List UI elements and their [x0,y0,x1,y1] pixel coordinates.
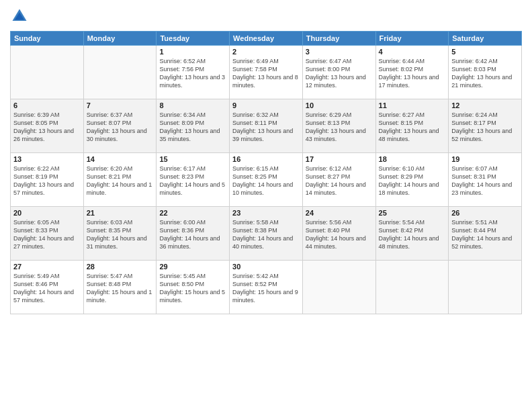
day-info: Sunrise: 6:15 AM Sunset: 8:25 PM Dayligh… [232,165,300,197]
calendar-week-row: 1Sunrise: 6:52 AM Sunset: 7:56 PM Daylig… [11,46,522,99]
day-number: 17 [306,155,373,163]
calendar-cell: 16Sunrise: 6:15 AM Sunset: 8:25 PM Dayli… [230,153,303,207]
header-monday: Monday [83,32,157,46]
day-number: 30 [232,263,300,271]
day-number: 15 [159,155,226,163]
header-tuesday: Tuesday [157,32,230,46]
calendar-cell: 8Sunrise: 6:34 AM Sunset: 8:09 PM Daylig… [157,99,230,153]
calendar-cell: 9Sunrise: 6:32 AM Sunset: 8:11 PM Daylig… [230,99,303,153]
calendar-cell: 5Sunrise: 6:42 AM Sunset: 8:03 PM Daylig… [449,46,522,99]
calendar-cell: 23Sunrise: 5:58 AM Sunset: 8:38 PM Dayli… [230,207,303,261]
day-info: Sunrise: 5:49 AM Sunset: 8:46 PM Dayligh… [13,272,81,305]
calendar-cell: 26Sunrise: 5:51 AM Sunset: 8:44 PM Dayli… [449,207,522,261]
calendar-cell: 20Sunrise: 6:05 AM Sunset: 8:33 PM Dayli… [11,207,84,261]
day-number: 16 [232,155,300,163]
day-info: Sunrise: 5:45 AM Sunset: 8:50 PM Dayligh… [159,272,226,305]
day-info: Sunrise: 6:24 AM Sunset: 8:17 PM Dayligh… [451,111,519,144]
day-number: 20 [13,209,81,217]
calendar-cell: 21Sunrise: 6:03 AM Sunset: 8:35 PM Dayli… [83,207,157,261]
calendar-cell: 14Sunrise: 6:20 AM Sunset: 8:21 PM Dayli… [83,153,157,207]
header-saturday: Saturday [449,32,522,46]
calendar-cell: 4Sunrise: 6:44 AM Sunset: 8:02 PM Daylig… [375,46,449,99]
day-number: 3 [306,48,373,56]
day-number: 29 [159,263,226,271]
calendar-cell: 17Sunrise: 6:12 AM Sunset: 8:27 PM Dayli… [302,153,375,207]
header-wednesday: Wednesday [230,32,303,46]
day-number: 10 [306,101,373,109]
calendar-cell: 1Sunrise: 6:52 AM Sunset: 7:56 PM Daylig… [157,46,230,99]
day-info: Sunrise: 6:20 AM Sunset: 8:21 PM Dayligh… [87,165,154,197]
day-number: 21 [87,209,154,217]
day-info: Sunrise: 5:42 AM Sunset: 8:52 PM Dayligh… [232,272,300,305]
calendar-week-row: 13Sunrise: 6:22 AM Sunset: 8:19 PM Dayli… [11,153,522,207]
day-info: Sunrise: 6:49 AM Sunset: 7:58 PM Dayligh… [232,57,300,90]
calendar-cell: 29Sunrise: 5:45 AM Sunset: 8:50 PM Dayli… [157,261,230,314]
calendar-cell: 24Sunrise: 5:56 AM Sunset: 8:40 PM Dayli… [302,207,375,261]
calendar-cell: 18Sunrise: 6:10 AM Sunset: 8:29 PM Dayli… [375,153,449,207]
day-number: 24 [306,209,373,217]
calendar-cell: 30Sunrise: 5:42 AM Sunset: 8:52 PM Dayli… [230,261,303,314]
day-info: Sunrise: 6:37 AM Sunset: 8:07 PM Dayligh… [87,111,154,144]
calendar-week-row: 20Sunrise: 6:05 AM Sunset: 8:33 PM Dayli… [11,207,522,261]
calendar-cell: 25Sunrise: 5:54 AM Sunset: 8:42 PM Dayli… [375,207,449,261]
day-number: 13 [13,155,81,163]
day-number: 4 [379,48,446,56]
day-number: 26 [451,209,519,217]
day-info: Sunrise: 5:51 AM Sunset: 8:44 PM Dayligh… [451,218,519,251]
header-sunday: Sunday [11,32,84,46]
day-number: 28 [87,263,154,271]
calendar-header-row: Sunday Monday Tuesday Wednesday Thursday… [11,32,522,46]
calendar-cell: 15Sunrise: 6:17 AM Sunset: 8:23 PM Dayli… [157,153,230,207]
calendar-cell [375,261,449,314]
day-info: Sunrise: 6:34 AM Sunset: 8:09 PM Dayligh… [159,111,226,144]
day-number: 22 [159,209,226,217]
calendar-cell [11,46,84,99]
day-info: Sunrise: 6:39 AM Sunset: 8:05 PM Dayligh… [13,111,81,144]
calendar-cell: 13Sunrise: 6:22 AM Sunset: 8:19 PM Dayli… [11,153,84,207]
day-number: 27 [13,263,81,271]
day-info: Sunrise: 6:22 AM Sunset: 8:19 PM Dayligh… [13,165,81,197]
calendar-cell: 12Sunrise: 6:24 AM Sunset: 8:17 PM Dayli… [449,99,522,153]
day-info: Sunrise: 6:07 AM Sunset: 8:31 PM Dayligh… [451,165,519,197]
calendar-cell [83,46,157,99]
calendar-cell: 7Sunrise: 6:37 AM Sunset: 8:07 PM Daylig… [83,99,157,153]
day-info: Sunrise: 6:32 AM Sunset: 8:11 PM Dayligh… [232,111,300,144]
calendar-cell: 11Sunrise: 6:27 AM Sunset: 8:15 PM Dayli… [375,99,449,153]
calendar: Sunday Monday Tuesday Wednesday Thursday… [10,31,522,314]
day-number: 2 [232,48,300,56]
calendar-week-row: 27Sunrise: 5:49 AM Sunset: 8:46 PM Dayli… [11,261,522,314]
day-info: Sunrise: 5:56 AM Sunset: 8:40 PM Dayligh… [306,218,373,251]
day-info: Sunrise: 5:47 AM Sunset: 8:48 PM Dayligh… [87,272,154,305]
day-info: Sunrise: 6:44 AM Sunset: 8:02 PM Dayligh… [379,57,446,90]
calendar-cell [302,261,375,314]
day-info: Sunrise: 6:47 AM Sunset: 8:00 PM Dayligh… [306,57,373,90]
day-number: 18 [379,155,446,163]
day-number: 5 [451,48,519,56]
day-number: 11 [379,101,446,109]
calendar-cell: 22Sunrise: 6:00 AM Sunset: 8:36 PM Dayli… [157,207,230,261]
calendar-cell: 27Sunrise: 5:49 AM Sunset: 8:46 PM Dayli… [11,261,84,314]
day-number: 7 [87,101,154,109]
day-info: Sunrise: 5:58 AM Sunset: 8:38 PM Dayligh… [232,218,300,251]
day-number: 19 [451,155,519,163]
calendar-cell: 19Sunrise: 6:07 AM Sunset: 8:31 PM Dayli… [449,153,522,207]
day-info: Sunrise: 6:10 AM Sunset: 8:29 PM Dayligh… [379,165,446,197]
day-info: Sunrise: 6:42 AM Sunset: 8:03 PM Dayligh… [451,57,519,90]
calendar-cell: 6Sunrise: 6:39 AM Sunset: 8:05 PM Daylig… [11,99,84,153]
day-number: 23 [232,209,300,217]
day-info: Sunrise: 6:00 AM Sunset: 8:36 PM Dayligh… [159,218,226,251]
calendar-cell: 10Sunrise: 6:29 AM Sunset: 8:13 PM Dayli… [302,99,375,153]
page: Sunday Monday Tuesday Wednesday Thursday… [0,0,532,411]
logo-icon [10,7,29,26]
day-info: Sunrise: 5:54 AM Sunset: 8:42 PM Dayligh… [379,218,446,251]
day-info: Sunrise: 6:03 AM Sunset: 8:35 PM Dayligh… [87,218,154,251]
logo [10,7,32,26]
day-number: 9 [232,101,300,109]
day-info: Sunrise: 6:05 AM Sunset: 8:33 PM Dayligh… [13,218,81,251]
day-number: 8 [159,101,226,109]
day-info: Sunrise: 6:52 AM Sunset: 7:56 PM Dayligh… [159,57,226,90]
day-number: 14 [87,155,154,163]
day-info: Sunrise: 6:12 AM Sunset: 8:27 PM Dayligh… [306,165,373,197]
day-number: 25 [379,209,446,217]
calendar-cell: 3Sunrise: 6:47 AM Sunset: 8:00 PM Daylig… [302,46,375,99]
